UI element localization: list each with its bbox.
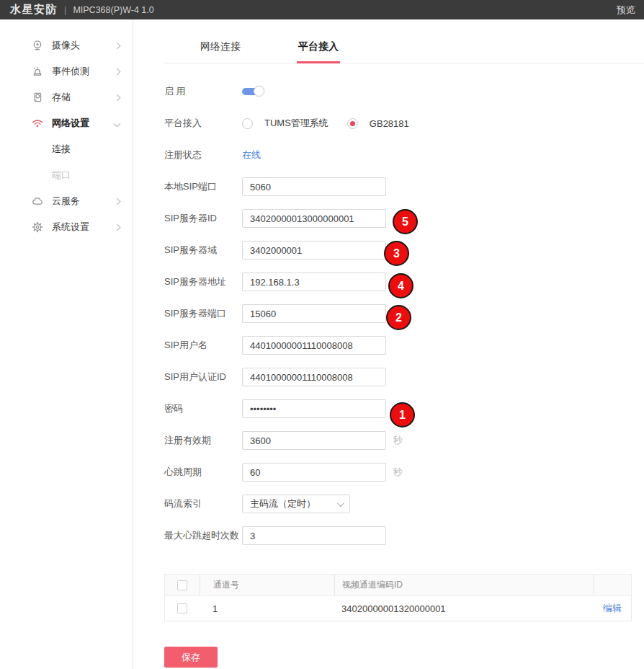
registration-status-row: 注册状态 在线: [164, 146, 644, 164]
field-row: 本地SIP端口: [164, 177, 644, 196]
heartbeat-period-input[interactable]: [242, 463, 386, 482]
tab-network-connection[interactable]: 网络连接: [200, 40, 241, 63]
camera-icon: [32, 40, 43, 51]
field-row: 码流索引 主码流（定时）: [164, 495, 644, 513]
field-row: 注册有效期 秒: [164, 431, 644, 450]
sip-user-auth-id-input[interactable]: [242, 368, 386, 386]
enable-row: 启 用: [164, 82, 644, 101]
radio-icon: [242, 118, 253, 129]
field-label: 码流索引: [164, 497, 242, 510]
video-channel-id-cell: 34020000001320000001: [334, 596, 594, 621]
radio-label: TUMS管理系统: [264, 117, 328, 130]
brand-logo: 水星安防: [10, 3, 58, 17]
sidebar-item-label: 云服务: [52, 195, 80, 208]
toggle-knob: [254, 86, 264, 97]
sidebar-item-label: 摄像头: [52, 39, 80, 52]
sip-server-domain-input[interactable]: [242, 241, 386, 260]
action-column-header: [594, 575, 631, 595]
sidebar-item-label: 存储: [52, 91, 71, 104]
stream-index-select[interactable]: 主码流（定时）: [242, 495, 350, 513]
table-row: 1 34020000001320000001 编辑: [165, 595, 631, 621]
sidebar-item-network-settings[interactable]: 网络设置: [0, 110, 133, 136]
password-input[interactable]: [242, 399, 386, 418]
sidebar-item-label: 事件侦测: [52, 65, 89, 78]
tab-bar: 网络连接 平台接入: [164, 19, 644, 63]
sidebar-item-label: 系统设置: [52, 221, 89, 234]
device-model: MIPC368(P)W-4 1.0: [73, 5, 153, 15]
chevron-down-icon: [114, 120, 121, 127]
field-label: SIP服务器域: [164, 244, 242, 257]
field-label: SIP用户名: [164, 339, 242, 352]
storage-icon: [32, 92, 43, 103]
sidebar-item-label: 网络设置: [52, 117, 89, 130]
save-button[interactable]: 保存: [164, 647, 218, 668]
selected-option: 主码流（定时）: [250, 497, 316, 510]
registration-validity-input[interactable]: [242, 431, 386, 450]
radio-checked-icon: [347, 118, 358, 129]
brand-divider: |: [64, 4, 66, 15]
chevron-right-icon: [114, 198, 121, 205]
channel-table: 通道号 视频通道编码ID 1 34020000001320000001 编辑: [164, 574, 632, 621]
sip-username-input[interactable]: [242, 336, 386, 355]
sip-server-address-input[interactable]: [242, 273, 386, 291]
field-label: SIP服务器端口: [164, 307, 242, 320]
field-label: SIP服务器地址: [164, 275, 242, 288]
field-row: SIP用户名: [164, 336, 644, 355]
sidebar-subitem-connection[interactable]: 连接: [0, 136, 133, 162]
video-id-column-header: 视频通道编码ID: [334, 575, 594, 595]
field-label: 密码: [164, 402, 242, 415]
field-label: 心跳周期: [164, 466, 242, 479]
field-row: SIP用户认证ID: [164, 368, 644, 386]
sidebar-subitem-port[interactable]: 端口: [0, 162, 133, 188]
field-row: 心跳周期 秒: [164, 463, 644, 482]
annotation-badge-2: 2: [386, 305, 411, 330]
sidebar-item-system-settings[interactable]: 系统设置: [0, 214, 133, 240]
cloud-icon: [32, 195, 43, 207]
channel-column-header: 通道号: [200, 575, 334, 595]
sip-server-port-input[interactable]: [242, 304, 386, 323]
radio-option-gb28181[interactable]: GB28181: [347, 118, 409, 129]
platform-access-form: 启 用 平台接入 TUMS管理系统 GB28181 注册状态: [134, 63, 644, 545]
select-all-checkbox[interactable]: [177, 580, 187, 590]
field-label: 本地SIP端口: [164, 180, 242, 193]
preview-link[interactable]: 预览: [617, 4, 635, 17]
radio-label: GB28181: [370, 118, 409, 129]
annotation-badge-3: 3: [384, 241, 409, 266]
unit-label: 秒: [393, 466, 403, 479]
tab-platform-access[interactable]: 平台接入: [298, 40, 339, 63]
radio-option-tums[interactable]: TUMS管理系统: [242, 117, 328, 130]
table-header: 通道号 视频通道编码ID: [165, 575, 631, 595]
chevron-right-icon: [114, 42, 121, 49]
chevron-down-icon: [337, 500, 344, 507]
field-label: 最大心跳超时次数: [164, 529, 242, 542]
registration-status-value: 在线: [242, 149, 261, 161]
enable-label: 启 用: [164, 85, 242, 98]
channel-number-cell: 1: [200, 596, 334, 621]
annotation-badge-5: 5: [393, 209, 418, 234]
registration-status-label: 注册状态: [164, 149, 242, 161]
sidebar-item-event-detection[interactable]: 事件侦测: [0, 58, 133, 84]
page: 水星安防 | MIPC368(P)W-4 1.0 预览 摄像头 事件侦测 存储: [0, 0, 644, 669]
enable-toggle[interactable]: [242, 86, 264, 97]
chevron-right-icon: [114, 94, 121, 101]
field-label: 注册有效期: [164, 434, 242, 447]
field-label: SIP用户认证ID: [164, 371, 242, 384]
alarm-icon: [32, 66, 43, 77]
platform-type-row: 平台接入 TUMS管理系统 GB28181: [164, 114, 644, 133]
chevron-right-icon: [114, 223, 121, 231]
sidebar-item-camera[interactable]: 摄像头: [0, 32, 133, 58]
sip-server-id-input[interactable]: [242, 209, 386, 228]
max-heartbeat-timeout-input[interactable]: [242, 526, 386, 545]
local-sip-port-input[interactable]: [242, 177, 386, 196]
topbar: 水星安防 | MIPC368(P)W-4 1.0 预览: [0, 0, 644, 19]
annotation-badge-4: 4: [388, 273, 413, 298]
sidebar-item-cloud-service[interactable]: 云服务: [0, 188, 133, 214]
annotation-badge-1: 1: [390, 402, 415, 427]
main-content: 网络连接 平台接入 启 用 平台接入 TUMS管理系统 GB28181: [134, 19, 644, 669]
chevron-right-icon: [114, 68, 121, 75]
row-checkbox[interactable]: [177, 603, 187, 613]
unit-label: 秒: [393, 434, 403, 447]
field-row: 最大心跳超时次数: [164, 526, 644, 545]
edit-link[interactable]: 编辑: [603, 602, 622, 615]
sidebar-item-storage[interactable]: 存储: [0, 84, 133, 110]
